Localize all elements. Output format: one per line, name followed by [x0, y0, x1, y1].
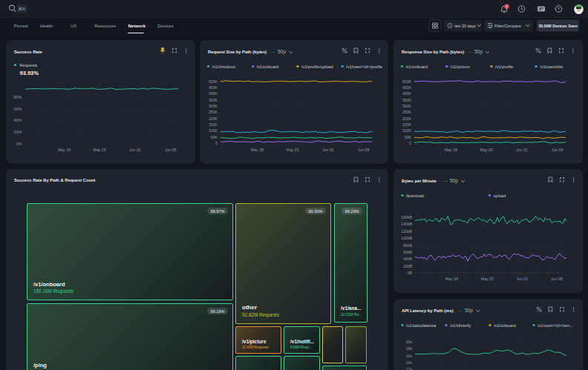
svg-text:7: 7	[506, 5, 508, 9]
svg-text:60%: 60%	[14, 107, 22, 111]
svg-text:—: —	[443, 179, 448, 183]
svg-text:40%: 40%	[14, 118, 22, 122]
svg-text:API Latency by Path (ms): API Latency by Path (ms)	[402, 308, 454, 313]
svg-text:last 30 days: last 30 days	[454, 24, 476, 28]
svg-text:150K: 150K	[402, 122, 412, 127]
svg-text:May 25: May 25	[480, 148, 493, 152]
svg-text:93.93%: 93.93%	[20, 70, 39, 76]
svg-text:400K: 400K	[209, 91, 218, 96]
svg-text:Bytes per Minute: Bytes per Minute	[402, 179, 437, 183]
svg-text:May 18: May 18	[445, 148, 457, 152]
svg-text:0%: 0%	[16, 142, 22, 146]
svg-text:450K: 450K	[402, 85, 412, 90]
svg-text:200K: 200K	[209, 116, 218, 121]
svg-text:—: —	[468, 50, 472, 54]
svg-text:Success Rate: Success Rate	[14, 50, 42, 54]
svg-text:/v1/onboard: /v1/onboard	[494, 323, 516, 328]
svg-text:download: download	[406, 194, 424, 198]
svg-text:100K: 100K	[209, 128, 218, 133]
svg-text:50p: 50p	[465, 308, 473, 314]
svg-text:Jun 01: Jun 01	[516, 277, 528, 281]
svg-text:Jun 08: Jun 08	[358, 148, 370, 152]
svg-text:Jun 01: Jun 01	[516, 148, 528, 152]
svg-text:Response Size by Path (bytes): Response Size by Path (bytes)	[402, 50, 464, 54]
svg-text:300K: 300K	[209, 104, 218, 108]
svg-text:Jun 01: Jun 01	[129, 148, 141, 152]
svg-text:80%: 80%	[14, 95, 22, 99]
svg-text:40kB: 40kB	[403, 257, 412, 261]
svg-text:—: —	[458, 308, 463, 313]
svg-text:0: 0	[409, 141, 411, 145]
svg-text:/v1/user/<id>/profile: /v1/user/<id>/profile	[346, 65, 382, 69]
svg-text:Jun 08: Jun 08	[165, 148, 177, 152]
svg-text:500K: 500K	[209, 79, 218, 84]
svg-text:60kB: 60kB	[403, 250, 412, 254]
svg-text:450K: 450K	[209, 85, 218, 90]
svg-text:16s: 16s	[406, 354, 413, 358]
svg-text:50K: 50K	[405, 135, 412, 139]
svg-text:500K: 500K	[402, 79, 412, 84]
svg-text:20%: 20%	[14, 130, 22, 134]
svg-text:May 18: May 18	[445, 277, 458, 281]
svg-text:May 25: May 25	[94, 148, 106, 152]
svg-text:/v1/picture: /v1/picture	[451, 65, 470, 69]
svg-text:400K: 400K	[402, 91, 412, 96]
svg-text:—: —	[271, 50, 275, 54]
svg-text:300K: 300K	[402, 104, 412, 108]
svg-text:May 25: May 25	[481, 277, 494, 281]
svg-text:18s: 18s	[406, 346, 413, 351]
svg-text:0: 0	[215, 141, 218, 145]
svg-text:120kB: 120kB	[401, 229, 412, 234]
svg-text:/v1/onboard: /v1/onboard	[406, 65, 428, 69]
svg-text:50p: 50p	[278, 49, 286, 55]
svg-text:100kB: 100kB	[401, 236, 412, 240]
svg-text:350K: 350K	[402, 98, 412, 102]
svg-text:Jun 08: Jun 08	[552, 148, 564, 152]
svg-text:100K: 100K	[402, 128, 412, 133]
svg-text:/v1/onboard: /v1/onboard	[257, 65, 279, 69]
svg-text:50p: 50p	[474, 49, 483, 55]
svg-text:/v1/id/verify: /v1/id/verify	[450, 323, 471, 328]
svg-text:20kB: 20kB	[403, 264, 412, 268]
svg-text:/v1/profile/upload: /v1/profile/upload	[301, 65, 333, 69]
svg-text:May 18: May 18	[251, 148, 264, 152]
svg-text:⌘K: ⌘K	[18, 7, 25, 11]
svg-text:12s: 12s	[406, 367, 413, 370]
svg-text:/v1/user/<id>/rem...: /v1/user/<id>/rem...	[538, 323, 574, 328]
svg-text:/v1/profile: /v1/profile	[495, 65, 513, 69]
svg-text:0B: 0B	[408, 271, 413, 275]
svg-text:20s: 20s	[406, 340, 413, 344]
svg-text:200K: 200K	[402, 116, 412, 121]
svg-text:160kB: 160kB	[401, 215, 412, 219]
svg-text:14s: 14s	[406, 360, 413, 365]
svg-text:50K: 50K	[211, 135, 218, 139]
svg-text:Jun 01: Jun 01	[322, 148, 334, 152]
svg-text:80kB: 80kB	[403, 243, 412, 248]
svg-text:30.09M Devices Seen: 30.09M Devices Seen	[538, 24, 577, 28]
svg-text:140kB: 140kB	[401, 222, 412, 226]
svg-text:Request Size by Path (bytes): Request Size by Path (bytes)	[208, 50, 267, 54]
svg-text:upload: upload	[494, 194, 506, 198]
svg-text:250K: 250K	[209, 110, 218, 114]
svg-text:350K: 350K	[209, 98, 218, 102]
svg-text:Filter/Compare: Filter/Compare	[494, 24, 521, 28]
svg-text:250K: 250K	[402, 110, 412, 114]
svg-text:/v1/users/list: /v1/users/list	[540, 65, 564, 69]
svg-text:?: ?	[558, 7, 561, 11]
svg-text:50p: 50p	[450, 178, 458, 184]
svg-text:/v1/calculate/eta: /v1/calculate/eta	[406, 323, 437, 328]
svg-text:150K: 150K	[209, 122, 218, 127]
svg-text:Jun 08: Jun 08	[551, 277, 563, 281]
svg-text:May 25: May 25	[287, 148, 299, 152]
svg-text:May 18: May 18	[58, 148, 71, 152]
svg-text:Requests: Requests	[20, 63, 38, 67]
svg-text:/v1/checkout: /v1/checkout	[212, 65, 236, 69]
